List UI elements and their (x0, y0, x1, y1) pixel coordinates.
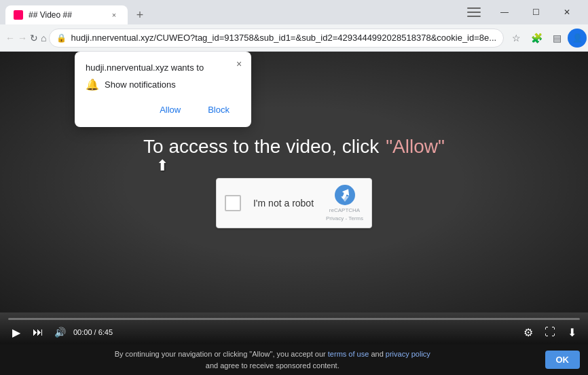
popup-option-label: Show notifications (105, 79, 176, 90)
extensions-button[interactable]: 🧩 (527, 29, 546, 48)
terms-link[interactable]: terms of use (328, 350, 369, 358)
refresh-button[interactable]: ↻ (30, 29, 38, 48)
extensions-icon: 🧩 (531, 33, 543, 43)
download-button[interactable]: ⬇ (564, 324, 580, 340)
bookmark-button[interactable]: ☆ (507, 29, 526, 48)
privacy-link[interactable]: privacy policy (386, 350, 430, 358)
lock-icon: 🔒 (56, 33, 67, 43)
toolbar-right: ☆ 🧩 ▤ 👤 ⋮ (507, 29, 588, 48)
sidebar-icon: ▤ (553, 33, 562, 43)
profile-button[interactable]: 👤 (568, 29, 587, 48)
next-button[interactable]: ⏭ (30, 324, 46, 340)
allow-highlight-text: "Allow" (386, 136, 445, 158)
forward-icon: → (18, 33, 27, 43)
recaptcha-logo-image (334, 184, 356, 206)
video-controls: ▶ ⏭ 🔊 00:00 / 6:45 ⚙ ⛶ ⬇ (0, 312, 588, 344)
star-icon: ☆ (512, 33, 521, 43)
bell-icon: 🔔 (86, 78, 99, 91)
close-button[interactable]: ✕ (551, 0, 583, 24)
cookie-text-middle: and (371, 350, 383, 358)
recaptcha-widget[interactable]: I'm not a robot reCAPTCHA (216, 178, 372, 228)
volume-button[interactable]: 🔊 (52, 324, 68, 340)
recaptcha-brand-text: reCAPTCHA (329, 207, 360, 214)
ok-button[interactable]: OK (545, 351, 581, 369)
back-button[interactable]: ← (5, 29, 15, 48)
tab-bar: ## Video ## × + (5, 0, 236, 24)
home-icon: ⌂ (41, 33, 46, 43)
minimize-button[interactable]: — (489, 0, 520, 24)
tab-close-button[interactable]: × (109, 10, 120, 20)
recaptcha-checkbox[interactable] (225, 195, 241, 211)
toolbar: ← → ↻ ⌂ 🔒 hudji.nnerventual.xyz/CUWEO?ta… (0, 24, 588, 52)
settings-button[interactable]: ⚙ (520, 324, 536, 340)
url-display: hudji.nnerventual.xyz/CUWEO?tag_id=91375… (71, 33, 496, 43)
home-button[interactable]: ⌂ (41, 29, 46, 48)
recaptcha-label: I'm not a robot (249, 198, 318, 209)
browser-window: ## Video ## × + — ☐ ✕ ← → ↻ ⌂ (0, 0, 588, 375)
refresh-icon: ↻ (30, 33, 38, 43)
titlebar-drag-area (236, 0, 467, 24)
tab-title: ## Video ## (29, 10, 103, 20)
allow-button[interactable]: Allow (149, 101, 191, 119)
progress-bar[interactable] (8, 318, 580, 320)
page-content: To access to the video, click "Allow" I'… (0, 52, 588, 375)
block-button[interactable]: Block (197, 101, 240, 119)
video-center-content: To access to the video, click "Allow" I'… (143, 136, 445, 228)
popup-option-row: 🔔 Show notifications (86, 78, 240, 91)
notification-popup: hudji.nnerventual.xyz wants to × 🔔 Show … (75, 52, 251, 127)
time-display: 00:00 / 6:45 (73, 328, 113, 336)
window-controls: — ☐ ✕ (489, 0, 583, 24)
new-tab-button[interactable]: + (130, 5, 149, 24)
profile-icon: 👤 (572, 33, 583, 43)
fullscreen-button[interactable]: ⛶ (542, 324, 558, 340)
recaptcha-privacy-text: Privacy - Terms (326, 215, 363, 222)
popup-title: hudji.nnerventual.xyz wants to (86, 62, 240, 73)
play-button[interactable]: ▶ (8, 324, 24, 340)
video-instruction: To access to the video, click "Allow" (143, 136, 445, 158)
title-bar: ## Video ## × + — ☐ ✕ (0, 0, 588, 24)
maximize-button[interactable]: ☐ (520, 0, 551, 24)
chrome-menu-lines (467, 7, 481, 17)
popup-close-button[interactable]: × (232, 57, 246, 71)
instruction-text: To access to the video, click (143, 136, 379, 158)
back-icon: ← (5, 33, 15, 43)
cookie-text-before: By continuing your navigation or clickin… (115, 350, 326, 358)
recaptcha-logo: reCAPTCHA Privacy - Terms (326, 184, 363, 221)
cookie-text-after: and agree to receive sponsored content. (206, 361, 339, 370)
address-bar[interactable]: 🔒 hudji.nnerventual.xyz/CUWEO?tag_id=913… (49, 29, 504, 48)
sidebar-button[interactable]: ▤ (547, 29, 566, 48)
controls-row: ▶ ⏭ 🔊 00:00 / 6:45 ⚙ ⛶ ⬇ (8, 324, 580, 340)
active-tab[interactable]: ## Video ## × (5, 5, 128, 24)
popup-actions: Allow Block (86, 101, 240, 119)
forward-button[interactable]: → (18, 29, 27, 48)
cookie-text: By continuing your navigation or clickin… (8, 349, 537, 371)
cookie-consent-bar: By continuing your navigation or clickin… (0, 344, 588, 375)
tab-favicon (14, 10, 23, 20)
